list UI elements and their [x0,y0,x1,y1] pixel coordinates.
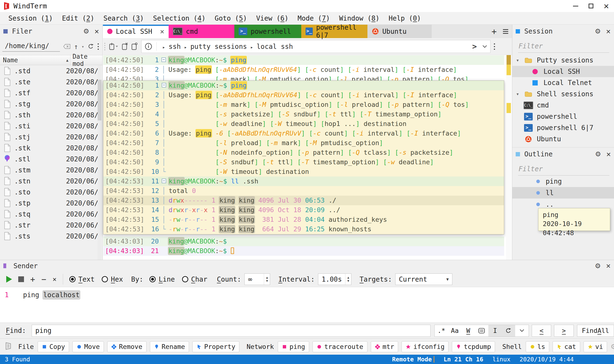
sender-settings-icon[interactable]: ⚙ [595,262,601,270]
sender-close-list-button[interactable]: × [53,275,56,283]
file-row[interactable]: .ste2020/08/ [0,76,98,87]
toolbar-button-ifconfig[interactable]: ifconfig [402,341,448,352]
caret-down-icon[interactable]: ▾ [512,91,523,97]
targets-select[interactable]: Current▼ [395,273,452,285]
menu-help[interactable]: Help (0) [384,12,425,25]
menu-session[interactable]: Session (1) [4,12,57,25]
caret-down-icon[interactable]: ▾ [512,57,523,63]
session-item-cmd[interactable]: C:\_cmd [512,100,614,111]
file-row[interactable]: .sto2020/06/ [0,187,98,197]
sender-add-button[interactable]: + [30,274,35,284]
terminal[interactable]: [04:42:50]1king@MACBOOK:~$ ping[04:42:50… [103,55,512,260]
outline-item-ll[interactable]: ll [512,187,614,198]
session-item-local-telnet[interactable]: Local Telnet [512,77,614,88]
up-directory-dropdown-icon[interactable]: ▾ [82,44,84,49]
file-row[interactable]: .stf2020/08/ [0,87,98,98]
file-row[interactable]: .stm2020/08/ [0,165,98,176]
toolbar-button-ls[interactable]: ls [526,341,549,352]
tab-list-icon[interactable] [503,29,508,34]
close-button[interactable]: × [599,0,614,12]
find-input[interactable]: ping [32,325,431,337]
toolbar-button-move[interactable]: Move [72,341,104,352]
file-row[interactable]: .stk2020/08/ [0,143,98,154]
mode-indicator[interactable]: Remote Mode [392,356,432,363]
session-item-powershell[interactable]: >_powershell [512,111,614,122]
session-filter-input[interactable]: Filter [518,42,543,50]
filer-close-icon[interactable]: × [95,27,99,36]
filer-menu-icon[interactable] [98,43,99,50]
file-row[interactable]: .str2020/06/ [0,220,98,231]
session-item-putty-sessions[interactable]: ▾Putty sessions [512,55,614,66]
clear-path-icon[interactable] [63,44,70,49]
new-session-icon[interactable] [109,42,118,51]
menu-search[interactable]: Search (3) [99,12,148,25]
tab-powershell-6-7[interactable]: >_powershell 6|7 [301,25,367,38]
filer-path-input[interactable]: /home/king/ [2,41,60,52]
find-previous-button[interactable]: < [532,325,551,337]
sender-stop-button[interactable] [18,276,24,282]
find-toggle-Aa[interactable]: Aa [448,325,461,337]
os-indicator[interactable]: linux [492,356,510,363]
find-all-button[interactable]: Find All [577,325,614,337]
by-radio-char[interactable]: Char [182,275,207,283]
mode-radio-hex[interactable]: Hex [102,275,123,283]
mode-radio-text[interactable]: Text [69,275,95,283]
file-row[interactable]: .stj2020/08/ [0,131,98,143]
breadcrumb-item[interactable]: ssh [169,43,181,51]
tab-local-ssh[interactable]: Local SSH× [103,25,169,38]
file-row[interactable]: .stq2020/06/ [0,208,98,220]
sender-run-button[interactable] [6,276,12,283]
count-spinbox[interactable]: ∞ ▲▼ [244,273,270,285]
breadcrumb-item[interactable]: putty sessions [190,43,247,51]
toolbar-button-traceroute[interactable]: traceroute [312,341,367,352]
terminal-scrollbar[interactable] [506,55,512,260]
maximize-button[interactable] [583,0,599,12]
file-row[interactable]: .stp2020/06/ [0,197,98,208]
outline-filter-input[interactable]: Filter [518,165,543,173]
toolbar-button-remove[interactable]: Remove [107,341,147,352]
session-item-local-ssh[interactable]: Local SSH [512,66,614,77]
file-row[interactable]: .stl2020/08/ [0,154,98,165]
cursor-position[interactable]: Ln 21 Ch 16 [444,356,483,363]
find-wrap-icon[interactable] [502,325,515,337]
find-toggle-I[interactable]: I [488,325,502,337]
toolbar-button-mtr[interactable]: mtr [371,341,398,352]
menu-goto[interactable]: Goto (5) [210,12,251,25]
find-toggle-[interactable]: .* [435,325,448,337]
file-row[interactable]: .std2020/08/ [0,65,98,76]
session-item-powershell-6-7[interactable]: >_powershell 6|7 [512,122,614,133]
breadcrumb-item[interactable]: local ssh [257,43,293,51]
tab-cmd[interactable]: C:\_cmd [169,25,234,38]
outline-close-icon[interactable]: × [606,150,611,159]
session-close-icon[interactable]: × [606,27,611,36]
menu-mode[interactable]: Mode (7) [293,12,335,25]
column-header-date[interactable]: Date mod [70,53,102,67]
toolbar-button-cat[interactable]: cat [553,341,580,352]
refresh-icon[interactable] [87,43,94,50]
book-icon[interactable] [5,342,12,352]
find-toggle-word[interactable]: W [461,325,475,337]
interval-spinbox[interactable]: 1.00s ▲▼ [318,273,351,285]
clone-session-icon[interactable] [131,42,138,51]
send-command-icon[interactable]: > [472,42,477,51]
sender-close-icon[interactable]: × [606,261,611,270]
find-options-chevron-icon[interactable] [515,325,529,337]
toolbar-button-ping[interactable]: ping [278,341,309,352]
new-tab-button[interactable]: + [491,26,497,36]
file-row[interactable]: .stg2020/08/ [0,98,98,109]
menu-edit[interactable]: Edit (2) [57,12,99,25]
tab-ubuntu[interactable]: Ubuntu [367,25,432,38]
info-icon[interactable] [144,42,153,51]
minimize-button[interactable] [568,0,583,12]
drag-handle[interactable] [104,43,105,50]
toolbar-button-property[interactable]: Property [192,341,239,352]
toolbar-button-rename[interactable]: Rename [150,341,189,352]
close-session-icon[interactable] [122,42,128,51]
by-radio-line[interactable]: Line [149,275,175,283]
filer-settings-icon[interactable]: ⚙ [83,27,89,35]
up-directory-icon[interactable]: ↑ [74,42,78,51]
find-next-button[interactable]: > [554,325,573,337]
menu-selection[interactable]: Selection (4) [148,12,210,25]
address-menu-icon[interactable] [494,43,495,50]
sender-editor[interactable]: 1 ping localhost [0,287,614,323]
